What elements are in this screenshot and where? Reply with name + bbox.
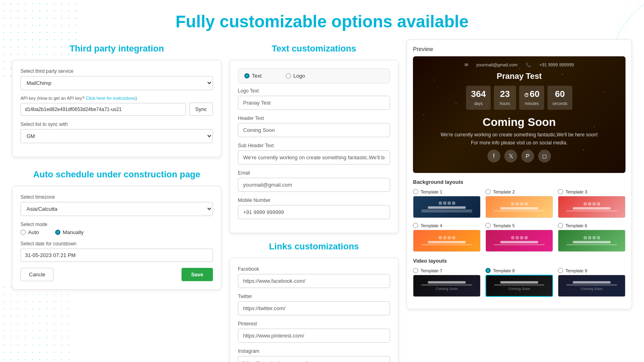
middle-column: Text customizations Text Logo Logo Text … bbox=[229, 39, 398, 362]
header-text-input[interactable] bbox=[238, 123, 390, 137]
pinterest-social-icon[interactable]: P bbox=[521, 150, 534, 162]
template-3-thumb[interactable] bbox=[558, 196, 625, 218]
template-8-thumb[interactable]: Coming Soon bbox=[485, 275, 553, 297]
template-7-radio[interactable] bbox=[413, 268, 418, 273]
auto-schedule-card: Select timezone Asia/Calcutta UTC Americ… bbox=[12, 186, 221, 290]
logo-text-group: Logo Text bbox=[238, 88, 390, 110]
twitter-input[interactable] bbox=[238, 301, 390, 315]
template-1-label[interactable]: Template 1 bbox=[421, 189, 442, 194]
mode-auto-label[interactable]: Auto bbox=[21, 229, 39, 235]
template-8-label[interactable]: Template 8 bbox=[493, 268, 515, 273]
third-party-card: Select third party service MailChimp Kla… bbox=[12, 60, 221, 157]
service-select-group: Select third party service MailChimp Kla… bbox=[21, 68, 213, 90]
twitter-group: Twitter bbox=[238, 294, 390, 315]
template-5-radio[interactable] bbox=[485, 223, 491, 228]
template-8-radio[interactable] bbox=[485, 268, 491, 273]
facebook-label: Facebook bbox=[238, 266, 390, 272]
pinterest-input[interactable] bbox=[238, 329, 390, 343]
api-hint-text: API key (How to get an API key? Click he… bbox=[21, 96, 213, 101]
template-2-item: Template 2 bbox=[485, 189, 553, 218]
sub-header-label: Sub Header Text bbox=[238, 143, 390, 148]
service-select[interactable]: MailChimp Klaviyo Constant Contact bbox=[21, 76, 213, 90]
template-1-thumb[interactable] bbox=[413, 196, 481, 218]
template-9-radio[interactable] bbox=[558, 268, 563, 273]
mobile-group: Mobile Number bbox=[238, 197, 390, 219]
social-icons-row: f 𝕏 P ◻ bbox=[419, 150, 619, 162]
template-6-thumb[interactable] bbox=[558, 230, 625, 252]
sub-header-input[interactable] bbox=[238, 150, 390, 165]
logo-radio-label[interactable]: Logo bbox=[286, 73, 305, 79]
right-column: Preview ✉ yourmail@gmail.com bbox=[407, 39, 632, 362]
template-2-radio[interactable] bbox=[485, 189, 491, 194]
api-hint-link[interactable]: Click here for instructions bbox=[86, 96, 136, 101]
template-7-thumb[interactable]: Coming Soon bbox=[413, 275, 481, 297]
countdown-boxes: 364 days 23 hours ⏱60 minutes 60 seconds bbox=[419, 86, 619, 110]
email-label: Email bbox=[238, 170, 390, 176]
template-7-label[interactable]: Template 7 bbox=[421, 268, 442, 273]
facebook-social-icon[interactable]: f bbox=[487, 150, 500, 162]
header-text-label: Header Text bbox=[238, 115, 390, 121]
countdown-seconds: 60 seconds bbox=[547, 86, 572, 110]
third-party-section-title: Third party integration bbox=[12, 43, 221, 54]
preview-top-bar: ✉ yourmail@gmail.com 📞 +91 9999 999999 bbox=[419, 62, 619, 68]
template-9-radio-row: Template 9 bbox=[558, 268, 625, 273]
preview-social-text: For more info please visit us on social … bbox=[419, 140, 619, 146]
template-3-item: Template 3 bbox=[558, 189, 625, 218]
preview-email-icon: ✉ bbox=[464, 62, 468, 68]
date-input[interactable] bbox=[21, 249, 213, 262]
mobile-input[interactable] bbox=[238, 205, 390, 219]
twitter-social-icon[interactable]: 𝕏 bbox=[504, 150, 517, 162]
mobile-label: Mobile Number bbox=[238, 197, 390, 203]
mode-manually-label[interactable]: Manually bbox=[55, 229, 84, 235]
template-1-radio[interactable] bbox=[413, 189, 418, 194]
bg-layouts-title: Background layouts bbox=[413, 179, 625, 185]
sync-list-group: Select list to sync with GM bbox=[21, 121, 213, 143]
sync-button[interactable]: Sync bbox=[189, 103, 213, 116]
timezone-select[interactable]: Asia/Calcutta UTC America/New_York bbox=[21, 202, 213, 216]
api-key-group: API key (How to get an API key? Click he… bbox=[21, 96, 213, 116]
template-3-radio[interactable] bbox=[558, 189, 563, 194]
template-4-thumb[interactable] bbox=[413, 230, 481, 252]
left-column: Third party integration Select third par… bbox=[12, 39, 221, 362]
template-3-radio-row: Template 3 bbox=[558, 189, 625, 194]
instagram-social-icon[interactable]: ◻ bbox=[538, 150, 551, 162]
template-3-label[interactable]: Template 3 bbox=[566, 189, 587, 194]
main-content: Third party integration Select third par… bbox=[0, 39, 644, 362]
template-6-label[interactable]: Template 6 bbox=[566, 223, 587, 228]
text-radio[interactable] bbox=[244, 73, 250, 78]
cancel-button[interactable]: Cancle bbox=[21, 268, 54, 281]
template-6-radio[interactable] bbox=[558, 223, 563, 228]
schedule-button-row: Cancle Save bbox=[21, 268, 213, 281]
page-title: Fully customizable options available bbox=[0, 0, 644, 39]
email-input[interactable] bbox=[238, 178, 390, 192]
sync-list-select[interactable]: GM bbox=[21, 129, 213, 143]
template-5-label[interactable]: Template 5 bbox=[493, 223, 515, 228]
template-4-radio-row: Template 4 bbox=[413, 223, 481, 228]
template-9-thumb[interactable]: Coming Soon bbox=[558, 275, 625, 297]
template-2-thumb[interactable] bbox=[485, 196, 553, 218]
pinterest-group: Pinterest bbox=[238, 321, 390, 343]
logo-text-input[interactable] bbox=[238, 96, 390, 110]
template-1-item: Template 1 bbox=[413, 189, 481, 218]
logo-radio[interactable] bbox=[286, 73, 291, 78]
sync-list-label: Select list to sync with bbox=[21, 121, 213, 127]
template-5-thumb[interactable] bbox=[485, 230, 553, 252]
mode-auto-radio[interactable] bbox=[21, 230, 26, 235]
preview-phone-icon: 📞 bbox=[526, 62, 531, 68]
preview-email: yourmail@gmail.com bbox=[476, 62, 518, 68]
template-4-radio[interactable] bbox=[413, 223, 418, 228]
api-key-input[interactable] bbox=[21, 103, 186, 116]
text-radio-label[interactable]: Text bbox=[244, 73, 262, 79]
service-select-label: Select third party service bbox=[21, 68, 213, 74]
template-2-label[interactable]: Template 2 bbox=[493, 189, 515, 194]
facebook-input[interactable] bbox=[238, 274, 390, 288]
instagram-input[interactable] bbox=[238, 356, 390, 362]
template-4-label[interactable]: Template 4 bbox=[421, 223, 442, 228]
preview-brand: Pranay Test bbox=[419, 72, 619, 81]
save-button[interactable]: Save bbox=[182, 268, 213, 281]
template-6-item: Template 6 bbox=[558, 223, 625, 252]
template-8-item: Template 8 Coming Soon bbox=[485, 268, 553, 297]
mode-manually-radio[interactable] bbox=[55, 230, 60, 235]
template-9-label[interactable]: Template 9 bbox=[566, 268, 587, 273]
date-label: Select date for countdown bbox=[21, 241, 213, 247]
